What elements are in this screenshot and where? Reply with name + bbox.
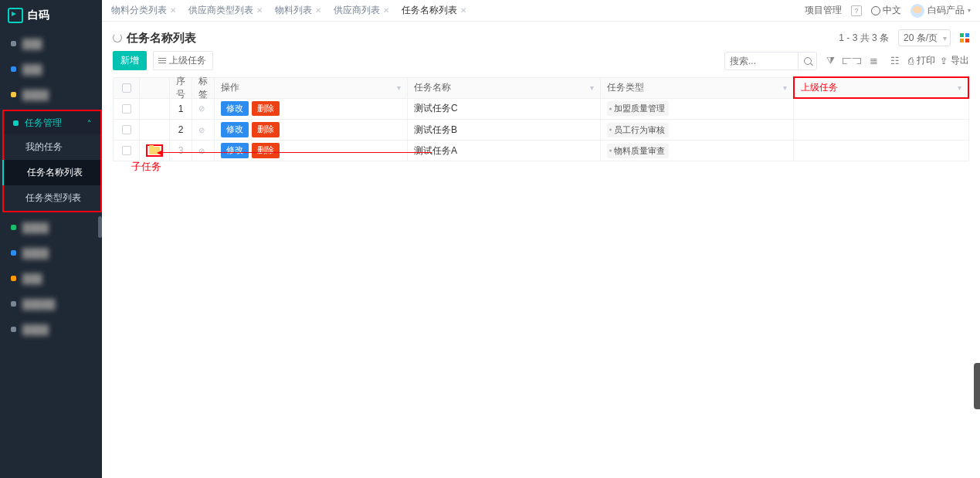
tab-item[interactable]: 物料分类列表✕: [111, 4, 176, 17]
sidebar-item-blur[interactable]: ████: [0, 240, 102, 266]
filter-icon[interactable]: ▾: [397, 83, 401, 92]
tabs-bar: 物料分类列表✕ 供应商类型列表✕ 物料列表✕ 供应商列表✕ 任务名称列表✕ 项目…: [102, 0, 980, 22]
menu-dot-icon: [11, 327, 16, 332]
tag-icon[interactable]: ⊘: [198, 126, 205, 134]
tab-item[interactable]: 供应商类型列表✕: [188, 4, 263, 17]
parent-task-cell: [794, 120, 968, 140]
project-manage-link[interactable]: 项目管理: [805, 4, 842, 17]
tab-close-icon[interactable]: ✕: [170, 6, 176, 15]
row-seq: 2: [170, 120, 192, 140]
filter-icon[interactable]: ▾: [590, 83, 594, 92]
logo-text: 白码: [28, 8, 49, 22]
tab-close-icon[interactable]: ✕: [256, 6, 263, 15]
task-type-tag: 员工行为审核: [607, 123, 669, 137]
row-checkbox[interactable]: [122, 104, 131, 114]
filter-icon[interactable]: ⧩: [822, 53, 839, 69]
sidebar-item-blur[interactable]: ███: [0, 56, 102, 82]
data-table: 序号 标签 操作▾ 任务名称▾ 任务类型▾ 上级任务▾ 1⊘修改删除测试任务C加…: [113, 76, 969, 161]
annotation-label: 子任务: [131, 160, 161, 174]
delete-button[interactable]: 删除: [252, 143, 280, 158]
page-size-select[interactable]: 20 条/页: [898, 29, 951, 46]
table-row: 2⊘修改删除测试任务B员工行为审核: [114, 120, 969, 141]
sidebar-item-blur[interactable]: ███: [0, 266, 102, 291]
task-name-cell: 测试任务B: [408, 120, 600, 140]
search-button[interactable]: [798, 52, 816, 70]
parent-task-cell: [794, 141, 968, 161]
pager-info: 1 - 3 共 3 条: [839, 32, 889, 45]
tab-close-icon[interactable]: ✕: [383, 6, 389, 15]
sidebar-section-head[interactable]: 任务管理 ˄: [4, 111, 100, 134]
parent-task-cell: [794, 99, 968, 119]
th-tag: 标签: [192, 77, 215, 98]
logo-area: 白码: [0, 0, 102, 31]
edit-button[interactable]: 修改: [221, 143, 249, 158]
task-name-cell: 测试任务C: [408, 99, 600, 119]
help-icon[interactable]: ?: [851, 5, 862, 16]
th-parent-task: 上级任务▾: [794, 77, 969, 98]
tab-item[interactable]: 供应商列表✕: [334, 4, 389, 17]
sidebar-menu: ███ ███ ████ 任务管理 ˄ 我的任务 任务名称列表 任务类型列表 █…: [0, 31, 102, 478]
filter-icon[interactable]: ▾: [958, 83, 961, 92]
row-checkbox[interactable]: [122, 146, 131, 155]
chevron-down-icon: ▾: [968, 7, 971, 14]
checkbox-all[interactable]: [122, 83, 131, 93]
delete-button[interactable]: 删除: [252, 122, 280, 137]
parent-task-button[interactable]: 上级任务: [153, 51, 213, 70]
sidebar-sub-task-name-list[interactable]: 任务名称列表: [2, 160, 100, 185]
th-type: 任务类型▾: [601, 77, 794, 98]
menu-dot-icon: [11, 41, 16, 46]
edit-button[interactable]: 修改: [221, 122, 249, 137]
row-checkbox[interactable]: [122, 125, 131, 134]
chart-icon[interactable]: ⫍⫎: [843, 53, 860, 69]
menu-dot-icon: [13, 120, 19, 126]
filter-icon[interactable]: ▾: [783, 83, 787, 92]
settings-icon[interactable]: ≣: [865, 53, 882, 69]
th-op: 操作▾: [215, 77, 408, 98]
sidebar-item-blur[interactable]: ████: [0, 82, 102, 107]
sidebar-sub-task-type-list[interactable]: 任务类型列表: [4, 185, 100, 211]
print-button[interactable]: ⎙打印: [908, 54, 935, 67]
toolbar: 新增 上级任务 ⧩ ⫍⫎ ≣ ☷ ⎙打印 ⇪导出: [102, 51, 980, 76]
tag-icon[interactable]: ⊘: [198, 147, 205, 155]
expand-folder-icon[interactable]: [146, 144, 163, 157]
language-switch[interactable]: 中文: [871, 4, 901, 17]
sidebar-section-task-manage: 任务管理 ˄ 我的任务 任务名称列表 任务类型列表: [2, 110, 102, 212]
header-right: 项目管理 ? 中文 白码产品▾: [805, 4, 971, 18]
menu-dot-icon: [11, 92, 16, 97]
section-label: 任务管理: [25, 117, 62, 130]
sidebar-item-blur[interactable]: ███: [0, 31, 102, 56]
grid-view-icon[interactable]: [960, 33, 969, 42]
print-icon: ⎙: [908, 56, 914, 66]
tabs: 物料分类列表✕ 供应商类型列表✕ 物料列表✕ 供应商列表✕ 任务名称列表✕: [111, 4, 466, 17]
list-icon: [158, 58, 166, 64]
sidebar-item-blur[interactable]: █████: [0, 291, 102, 317]
edit-button[interactable]: 修改: [221, 101, 249, 116]
columns-icon[interactable]: ☷: [887, 53, 904, 69]
sidebar-sub-my-tasks[interactable]: 我的任务: [4, 134, 100, 160]
sidebar-item-blur[interactable]: ████: [0, 215, 102, 240]
tab-close-icon[interactable]: ✕: [315, 6, 321, 15]
tag-icon[interactable]: ⊘: [198, 104, 205, 113]
search-box: [724, 52, 817, 70]
search-icon: [804, 57, 812, 65]
sidebar-item-blur[interactable]: ████: [0, 317, 102, 342]
sidebar-scrollbar[interactable]: [98, 216, 102, 238]
logo-icon: [8, 8, 23, 23]
menu-dot-icon: [11, 225, 16, 230]
right-edge-handle[interactable]: [974, 363, 980, 409]
task-type-tag: 物料质量审查: [607, 144, 669, 158]
add-button[interactable]: 新增: [113, 51, 147, 70]
table-row: 3⊘修改删除测试任务A物料质量审查: [114, 141, 969, 161]
menu-dot-icon: [11, 276, 16, 281]
chevron-up-icon: ˄: [87, 119, 91, 127]
delete-button[interactable]: 删除: [252, 101, 280, 116]
user-menu[interactable]: 白码产品▾: [910, 4, 971, 18]
row-seq: 3: [170, 141, 192, 161]
refresh-icon[interactable]: [113, 33, 122, 42]
tab-item[interactable]: 物料列表✕: [275, 4, 321, 17]
export-button[interactable]: ⇪导出: [940, 54, 969, 67]
task-type-tag: 加盟质量管理: [607, 101, 669, 116]
tab-close-icon[interactable]: ✕: [460, 6, 466, 15]
search-input[interactable]: [725, 56, 798, 66]
tab-item-active[interactable]: 任务名称列表✕: [402, 4, 466, 17]
